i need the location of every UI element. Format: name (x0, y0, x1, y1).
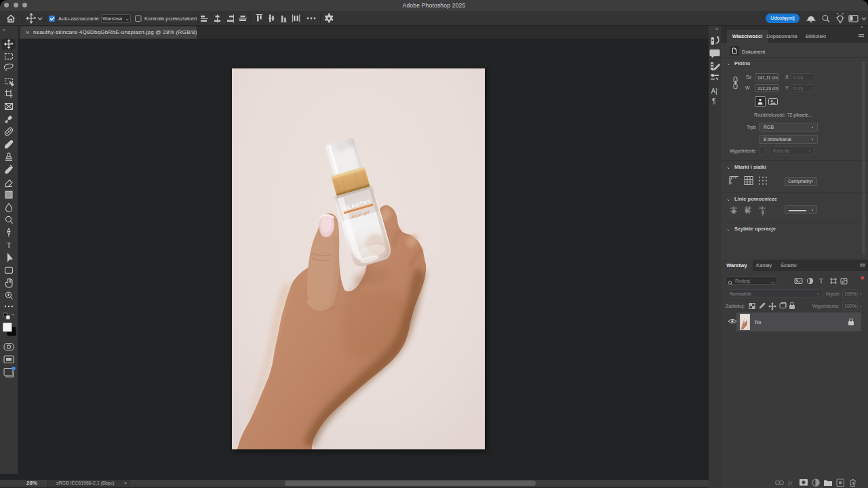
svg-text:T: T (819, 278, 823, 285)
svg-text:¶: ¶ (712, 98, 715, 105)
svg-text:A|: A| (711, 87, 717, 95)
svg-text:»: » (3, 28, 5, 33)
svg-text:«: « (715, 26, 718, 31)
svg-text:fx: fx (788, 479, 793, 486)
svg-text:T: T (7, 241, 12, 249)
